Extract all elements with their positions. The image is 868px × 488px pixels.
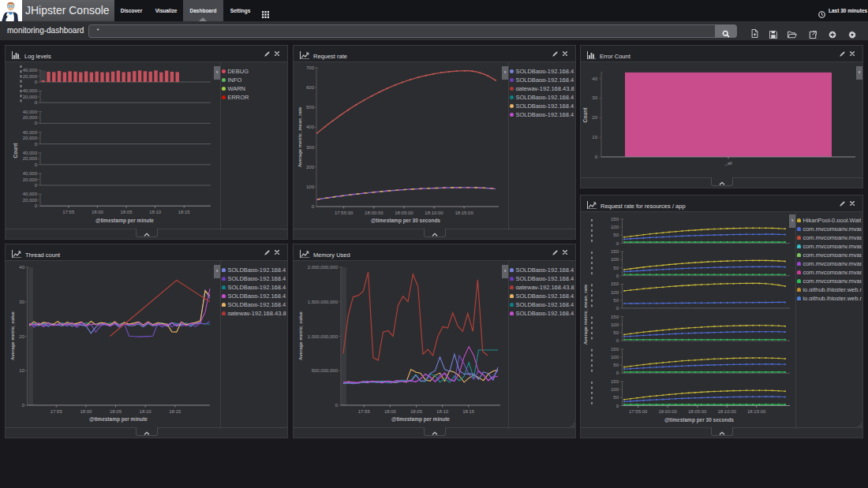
svg-text:200: 200	[306, 165, 315, 169]
svg-text:18:00: 18:00	[92, 210, 104, 214]
svg-text:150: 150	[611, 347, 619, 352]
svg-text:0: 0	[335, 403, 339, 408]
svg-text:Average metric_mean_rate: Average metric_mean_rate	[297, 106, 302, 167]
svg-text:18:10: 18:10	[140, 409, 152, 414]
svg-text:18:05:00: 18:05:00	[395, 210, 413, 215]
svg-text:600: 600	[306, 85, 315, 90]
svg-text:17:55:00: 17:55:00	[335, 210, 354, 215]
svg-text:30: 30	[19, 300, 24, 304]
svg-text:18:00:00: 18:00:00	[365, 210, 383, 215]
svg-text:18:00:00: 18:00:00	[659, 409, 678, 414]
svg-text:100: 100	[611, 225, 619, 229]
svg-text:40,000: 40,000	[23, 151, 38, 155]
svg-text:Count: Count	[582, 107, 588, 123]
svg-text:150: 150	[611, 281, 619, 286]
svg-text:0: 0	[616, 371, 619, 375]
svg-text:17:55: 17:55	[62, 210, 75, 214]
svg-text:17:55:00: 17:55:00	[629, 409, 648, 414]
svg-text:18:10:00: 18:10:00	[425, 210, 443, 215]
svg-text:50: 50	[613, 395, 619, 400]
svg-text:Average metric_value: Average metric_value	[10, 311, 15, 359]
svg-text:@timestamp per 30 seconds: @timestamp per 30 seconds	[664, 417, 734, 423]
svg-text:0: 0	[616, 306, 619, 311]
svg-text:40,000: 40,000	[23, 68, 38, 73]
svg-text:40,000: 40,000	[23, 130, 38, 135]
svg-text:18:10: 18:10	[149, 210, 162, 214]
svg-text:20: 20	[19, 334, 24, 339]
svg-text:20,000: 20,000	[23, 156, 38, 161]
svg-text:@timestamp per 30 seconds: @timestamp per 30 seconds	[371, 218, 440, 224]
svg-text:20,000: 20,000	[23, 177, 38, 182]
svg-text:0: 0	[616, 404, 619, 408]
svg-text:Average metric_mean_rate: Average metric_mean_rate	[583, 284, 588, 345]
svg-text:150: 150	[611, 217, 619, 222]
svg-text:150: 150	[611, 315, 619, 319]
svg-text:0: 0	[616, 338, 619, 343]
svg-text:0: 0	[35, 183, 38, 188]
svg-text:10: 10	[592, 135, 597, 140]
svg-text:18:00: 18:00	[80, 409, 92, 414]
svg-text:50: 50	[613, 363, 619, 367]
svg-text:18:15:00: 18:15:00	[747, 409, 766, 414]
svg-text:100: 100	[611, 355, 619, 359]
svg-text:0: 0	[35, 80, 38, 84]
svg-text:100: 100	[306, 184, 315, 189]
svg-text:30: 30	[592, 95, 597, 100]
svg-text:18:00: 18:00	[384, 409, 397, 414]
svg-text:1,500,000,000: 1,500,000,000	[308, 300, 339, 304]
svg-text:0: 0	[595, 155, 598, 159]
svg-text:0: 0	[35, 121, 38, 125]
svg-text:40,000: 40,000	[23, 192, 38, 196]
svg-text:18:15: 18:15	[178, 210, 191, 214]
svg-text:Average metric_value: Average metric_value	[298, 311, 303, 359]
svg-text:18:15: 18:15	[462, 409, 475, 414]
svg-text:150: 150	[611, 379, 619, 384]
svg-text:18:05: 18:05	[110, 409, 122, 414]
svg-text:100: 100	[611, 387, 619, 392]
svg-text:50: 50	[613, 266, 619, 270]
svg-text:17:55: 17:55	[51, 409, 63, 414]
svg-text:50: 50	[613, 233, 619, 237]
svg-text:17:55: 17:55	[358, 409, 371, 414]
svg-text:500: 500	[306, 105, 315, 110]
svg-text:0: 0	[616, 241, 619, 246]
svg-text:50: 50	[613, 298, 619, 303]
svg-text:400: 400	[306, 125, 315, 129]
svg-text:20,000: 20,000	[23, 95, 38, 99]
svg-text:40: 40	[19, 265, 24, 270]
svg-text:500,000,000: 500,000,000	[312, 368, 339, 373]
svg-text:18:10:00: 18:10:00	[718, 409, 737, 414]
svg-text:0: 0	[35, 100, 38, 105]
svg-text:0: 0	[35, 162, 38, 167]
svg-text:20: 20	[592, 115, 597, 120]
svg-text:100: 100	[611, 322, 619, 327]
svg-text:0: 0	[22, 403, 25, 408]
svg-text:300: 300	[306, 145, 315, 150]
svg-text:Count: Count	[13, 143, 18, 158]
svg-text:100: 100	[611, 290, 619, 295]
svg-text:40,000: 40,000	[23, 110, 38, 114]
svg-text:40,000: 40,000	[23, 88, 38, 93]
svg-text:18:05: 18:05	[120, 210, 133, 214]
svg-text:@timestamp per minute: @timestamp per minute	[95, 218, 154, 224]
svg-text:18:15:00: 18:15:00	[455, 210, 473, 215]
svg-text:0: 0	[616, 274, 619, 278]
svg-text:10: 10	[19, 368, 24, 373]
svg-text:18:10: 18:10	[436, 409, 449, 414]
svg-text:150: 150	[611, 249, 619, 254]
svg-text:18:05: 18:05	[410, 409, 423, 414]
svg-text:20,000: 20,000	[23, 115, 38, 120]
svg-text:@timestamp per minute: @timestamp per minute	[89, 416, 148, 423]
svg-text:20,000: 20,000	[23, 136, 38, 140]
svg-text:18:05:00: 18:05:00	[688, 409, 707, 414]
svg-text:2,000,000,000: 2,000,000,000	[308, 265, 339, 270]
svg-text:40: 40	[592, 76, 597, 81]
svg-text:20,000: 20,000	[23, 74, 38, 79]
svg-text:20,000: 20,000	[23, 198, 38, 203]
svg-text:18:15: 18:15	[169, 409, 181, 414]
svg-text:0: 0	[35, 142, 38, 147]
svg-text:0: 0	[35, 203, 38, 208]
svg-text:1,000,000,000: 1,000,000,000	[308, 334, 339, 339]
svg-text:40,000: 40,000	[23, 171, 38, 176]
svg-text:_all: _all	[724, 161, 731, 166]
